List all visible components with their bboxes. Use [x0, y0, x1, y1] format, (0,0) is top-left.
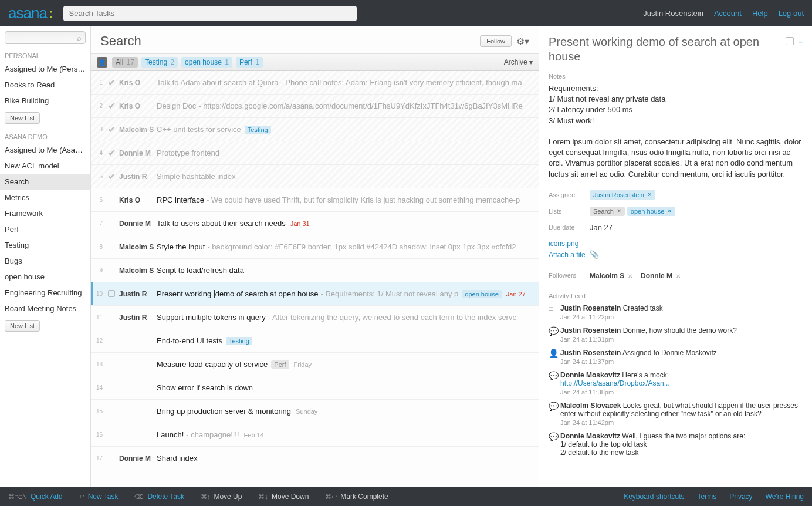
sidebar-item[interactable]: Board Meeting Notes	[0, 301, 90, 316]
row-number: 3	[91, 126, 105, 133]
sidebar-item[interactable]: New ACL model	[0, 158, 90, 174]
footer-link[interactable]: Privacy	[729, 492, 752, 501]
paperclip-icon: 📎	[590, 250, 599, 259]
sidebar-item[interactable]: Testing	[0, 237, 90, 253]
sidebar-item[interactable]: Bike Building	[0, 93, 90, 109]
sidebar-item[interactable]: Search	[0, 174, 90, 190]
row-number: 9	[91, 267, 105, 274]
task-tag[interactable]: Perf	[271, 360, 289, 369]
task-row[interactable]: 17Donnie MShard index	[91, 447, 539, 470]
minimize-icon[interactable]: –	[799, 37, 803, 46]
task-tag[interactable]: open house	[462, 290, 502, 298]
shortcut-item[interactable]: ⌘↑Move Up	[201, 492, 242, 501]
task-due-date: Friday	[294, 361, 312, 368]
sidebar-item[interactable]: Assigned to Me (Personal)	[0, 61, 90, 77]
row-number: 15	[91, 408, 105, 414]
complete-check-icon[interactable]: ✔	[105, 100, 118, 112]
shortcut-item[interactable]: ⌫Delete Task	[134, 492, 184, 501]
workspace-search[interactable]: ⌕	[5, 31, 86, 44]
new-list-button[interactable]: New List	[5, 112, 40, 124]
remove-icon[interactable]: ✕	[676, 273, 681, 279]
sidebar-item[interactable]: Books to Read	[0, 77, 90, 93]
task-row[interactable]: 8Malcolm SStyle the input - background c…	[91, 235, 539, 259]
sidebar-item[interactable]: Framework	[0, 205, 90, 221]
filter-pill[interactable]: Testing 2	[141, 57, 178, 68]
task-row[interactable]: 1✔Kris OTalk to Adam about search at Quo…	[91, 71, 539, 95]
person-icon[interactable]: 👤	[97, 57, 107, 68]
notes-label: Notes	[549, 73, 803, 80]
task-row[interactable]: 15Bring up production server & monitorin…	[91, 400, 539, 423]
row-assignee: Donnie M	[118, 220, 157, 228]
remove-icon[interactable]: ✕	[617, 208, 621, 214]
attachment-link[interactable]: icons.png	[549, 239, 578, 248]
filter-pill[interactable]: open house 1	[181, 57, 232, 68]
task-row[interactable]: 5✔Justin RSimple hashtable index	[91, 165, 539, 188]
due-date-value[interactable]: Jan 27	[590, 223, 613, 232]
complete-check-icon[interactable]: ✔	[105, 171, 118, 182]
assignee-chip[interactable]: Justin Rosenstein✕	[590, 190, 655, 200]
search-input[interactable]	[63, 6, 357, 21]
activity-feed-label: Activity Feed	[549, 292, 803, 299]
task-row[interactable]: 13Measure load capacity of servicePerfFr…	[91, 353, 539, 376]
task-row[interactable]: 16Launch! - champagne!!!!Feb 14	[91, 423, 539, 447]
footer-link[interactable]: Keyboard shortcuts	[624, 492, 684, 501]
follower-name[interactable]: Donnie M	[641, 272, 672, 280]
task-row[interactable]: 14Show error if search is down	[91, 376, 539, 400]
task-row[interactable]: 10Justin RPresent working demo of search…	[91, 282, 539, 306]
filter-pill[interactable]: All 17	[112, 57, 138, 68]
footer-link[interactable]: Terms	[698, 492, 717, 501]
remove-icon[interactable]: ✕	[628, 273, 632, 279]
task-row[interactable]: 6Kris ORPC interface - We could have use…	[91, 188, 539, 212]
row-assignee: Justin R	[118, 290, 157, 298]
complete-check-icon[interactable]: ✔	[105, 77, 118, 88]
footer-link[interactable]: We're Hiring	[766, 492, 804, 501]
shortcut-item[interactable]: ⌘⌥NQuick Add	[8, 492, 63, 501]
list-chip[interactable]: open house✕	[627, 207, 676, 216]
task-row[interactable]: 7Donnie MTalk to users about their searc…	[91, 212, 539, 235]
sidebar-item[interactable]: Bugs	[0, 253, 90, 269]
archive-dropdown[interactable]: Archive ▾	[504, 58, 533, 66]
logout-link[interactable]: Log out	[779, 9, 804, 18]
remove-icon[interactable]: ✕	[647, 191, 652, 198]
sidebar-item[interactable]: Assigned to Me (Asana DEMO)🔒	[0, 142, 90, 158]
task-row[interactable]: 4✔Donnie MPrototype frontend	[91, 141, 539, 165]
task-row[interactable]: 11Justin RSupport multiple tokens in que…	[91, 306, 539, 329]
sidebar-section-workspace: ASANA DEMO	[0, 130, 90, 142]
filter-pill[interactable]: Perf 1	[236, 57, 263, 68]
task-row[interactable]: 2✔Kris ODesign Doc - https://docs.google…	[91, 95, 539, 118]
sidebar-section-personal: PERSONAL	[0, 49, 90, 61]
complete-check-icon[interactable]	[105, 289, 118, 299]
topbar-right: Justin Rosenstein Account Help Log out	[643, 9, 804, 18]
task-tag[interactable]: Testing	[226, 337, 252, 345]
detail-title[interactable]: Present working demo of search at open h…	[549, 35, 780, 64]
shortcut-item[interactable]: ↩New Task	[79, 492, 119, 501]
list-title: Search	[100, 33, 480, 49]
new-list-button[interactable]: New List	[5, 320, 40, 332]
follow-button[interactable]: Follow	[480, 35, 512, 47]
sidebar-item[interactable]: open house	[0, 269, 90, 285]
account-link[interactable]: Account	[714, 9, 742, 18]
comment-icon: 💬	[549, 402, 560, 426]
sidebar-item[interactable]: Engineering Recruiting	[0, 285, 90, 301]
complete-check-icon[interactable]: ✔	[105, 147, 118, 158]
shortcut-item[interactable]: ⌘↩Mark Complete	[325, 492, 388, 501]
help-link[interactable]: Help	[752, 9, 768, 18]
shortcut-item[interactable]: ⌘↓Move Down	[258, 492, 309, 501]
attach-file-link[interactable]: Attach a file	[549, 251, 586, 259]
notes-body[interactable]: Requirements: 1/ Must not reveal any pri…	[549, 83, 803, 180]
task-row[interactable]: 12End-to-end UI testsTesting	[91, 329, 539, 353]
task-row[interactable]: 9Malcolm SScript to load/refresh data	[91, 259, 539, 282]
list-chip[interactable]: Search✕	[590, 207, 625, 216]
feed-link[interactable]: http://Users/asana/Dropbox/Asan...	[560, 379, 670, 387]
sidebar-item[interactable]: Metrics	[0, 190, 90, 205]
sidebar-item[interactable]: Perf	[0, 221, 90, 237]
complete-checkbox[interactable]	[786, 37, 794, 45]
task-tag[interactable]: Testing	[245, 126, 271, 134]
follower-name[interactable]: Malcolm S	[590, 272, 624, 280]
remove-icon[interactable]: ✕	[667, 208, 672, 214]
task-row[interactable]: 3✔Malcolm SC++ unit tests for serviceTes…	[91, 118, 539, 141]
complete-check-icon[interactable]: ✔	[105, 124, 118, 135]
gear-icon[interactable]: ⚙▾	[516, 36, 529, 47]
feed-item: ≡Justin Rosenstein Created taskJan 24 at…	[549, 304, 803, 321]
row-assignee: Malcolm S	[118, 267, 157, 275]
